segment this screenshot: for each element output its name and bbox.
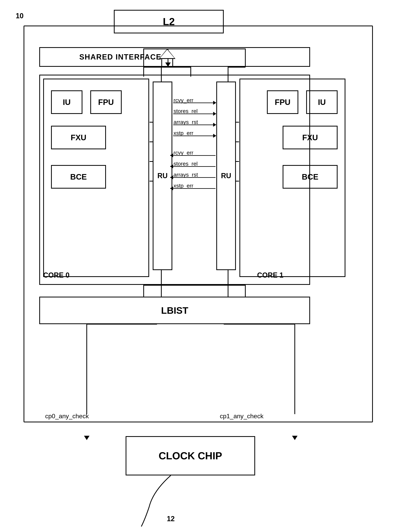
core0-iu-box: IU <box>51 90 82 114</box>
clock-chip-label: CLOCK CHIP <box>159 450 222 462</box>
hline-ru-c1-4 <box>235 181 239 182</box>
triangle-line-right <box>172 58 173 67</box>
vline-ru-left-top <box>161 67 162 82</box>
core1-label: CORE 1 <box>257 271 283 279</box>
hline-cp0-top <box>86 324 157 324</box>
shared-interface-label: SHARED INTERFACE <box>79 53 161 61</box>
sig-rcvy-err-l-arrow <box>170 153 173 157</box>
sig-rcvy-err-l-text: rcvy_err <box>173 150 193 156</box>
diagram: 10 L2 SHARED INTERFACE CORE 0 IU FPU FXU <box>0 0 399 532</box>
vline-cp0 <box>86 324 87 414</box>
core1-ru-box: RU <box>216 82 236 270</box>
hline-ru-c0-2 <box>150 141 153 142</box>
hline-ru-right-top <box>228 67 245 68</box>
core0-fpu-label: FPU <box>98 98 114 107</box>
vline-ru-right-top <box>228 67 228 82</box>
l2-box: L2 <box>114 10 224 33</box>
sig-rcvy-err-r-arrow <box>213 101 216 105</box>
core0-fxu-box: FXU <box>51 126 106 149</box>
core0-iu-label: IU <box>63 98 71 107</box>
clock-chip-box: CLOCK CHIP <box>126 436 255 475</box>
hline-ru-left-top <box>143 67 161 68</box>
sig-stores-rel-l-arrow <box>170 165 173 168</box>
figure-number: 10 <box>16 12 24 20</box>
core1-bce-box: BCE <box>283 165 338 189</box>
lbist-box: LBIST <box>39 297 310 324</box>
sig-stores-rel-r-arrow <box>213 112 216 116</box>
triangle-line-left <box>161 58 162 67</box>
sig-stores-rel-l-text: stores_rel <box>173 161 198 167</box>
cp0-arrow-tip <box>84 436 90 440</box>
core1-iu-box: IU <box>306 90 338 114</box>
sig-xstp-err-r-text: xstp_err <box>173 130 193 136</box>
hline-ru-c0-4 <box>150 181 153 182</box>
core0-bce-box: BCE <box>51 165 106 189</box>
vline-ru-left-bottom <box>161 270 162 297</box>
core1-bce-label: BCE <box>302 172 318 181</box>
fig12-label: 12 <box>167 515 175 523</box>
sig-rcvy-err-r-text: rcvy_err <box>173 97 193 103</box>
core1-fpu-box: FPU <box>267 90 298 114</box>
core1-fpu-label: FPU <box>275 98 290 107</box>
triangle-symbol-inner <box>160 50 174 58</box>
vline-left-si <box>143 49 144 67</box>
vline-cp1 <box>295 324 295 414</box>
cp0-label: cp0_any_check <box>45 412 89 420</box>
sig-xstp-err-l-text: xstp_err <box>173 183 193 189</box>
sig-arrays-rst-l-arrow <box>170 175 173 179</box>
cp1-arrow-tip <box>292 436 298 440</box>
core0-ru-box: RU <box>153 82 172 270</box>
lbist-label: LBIST <box>161 305 188 316</box>
hline-ru-bottom-level <box>143 285 245 286</box>
hline-lbist-left <box>143 297 161 298</box>
hline-cp1-top <box>224 324 295 324</box>
core0-label: CORE 0 <box>43 271 69 279</box>
hline-ru-c1-2 <box>235 141 239 142</box>
hline-ru-c0-1 <box>150 122 153 123</box>
sig-xstp-err-r-arrow <box>213 134 216 138</box>
sig-arrays-rst-r-text: arrays_rst <box>173 119 198 125</box>
hline-lbist-right <box>228 297 245 298</box>
hline-ru-c1-3 <box>235 161 239 162</box>
core0-bce-label: BCE <box>70 172 87 181</box>
core1-fxu-label: FXU <box>302 133 318 142</box>
core0-fxu-label: FXU <box>71 133 86 142</box>
cp1-label: cp1_any_check <box>220 412 263 420</box>
core0-fpu-box: FPU <box>90 90 122 114</box>
vline-lbist-left-v <box>143 285 144 297</box>
vline-right-si <box>245 49 246 67</box>
vline-ru-right-bottom <box>228 270 228 297</box>
sig-xstp-err-l-arrow <box>170 186 173 190</box>
vline-lbist-right-v <box>245 285 246 297</box>
hline-si-level <box>143 49 245 49</box>
sig-arrays-rst-r-arrow <box>213 123 216 127</box>
ref-curve-svg <box>137 475 186 530</box>
l2-label: L2 <box>163 16 175 27</box>
core1-fxu-box: FXU <box>283 126 338 149</box>
core1-ru-label: RU <box>221 172 231 180</box>
hline-ru-c0-3 <box>150 161 153 162</box>
core1-iu-label: IU <box>318 98 326 107</box>
core0-ru-label: RU <box>157 172 168 180</box>
hline-ru-c1-1 <box>235 122 239 123</box>
sig-arrays-rst-l-text: arrays_rst <box>173 172 198 178</box>
sig-stores-rel-r-text: stores_rel <box>173 108 198 114</box>
